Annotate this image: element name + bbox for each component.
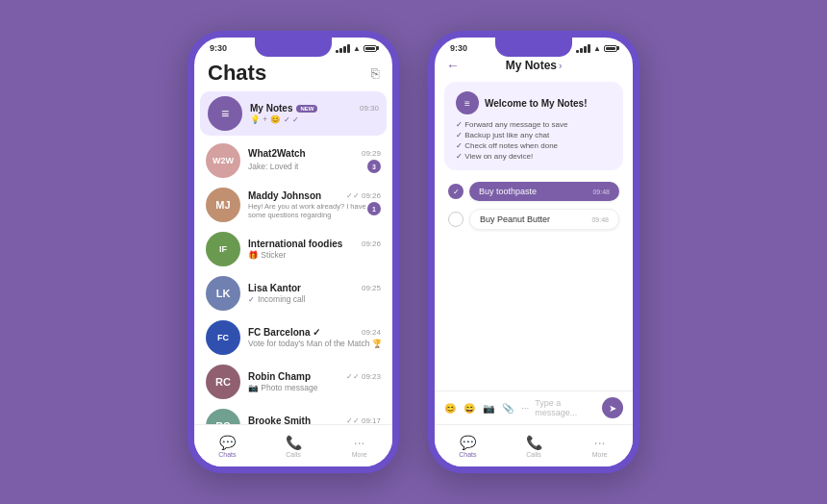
nav-more-left[interactable]: ··· More (326, 435, 392, 458)
new-badge: NEW (296, 105, 317, 113)
avatar-what2watch: W2W (206, 143, 240, 178)
chat-name-maddy: Maddy Johnson (248, 190, 321, 201)
chat-item-robin[interactable]: RC Robin Champ ✓✓ 09:23 📷 Photo message (194, 360, 392, 404)
bubble-time-toothpaste: 09:48 (592, 189, 610, 195)
notes-body: ≡ Welcome to My Notes! ✓ Forward any mes… (435, 76, 633, 236)
chat-content-lisa: Lisa Kantor 09:25 ✓ Incoming call (248, 283, 381, 304)
camera-icon[interactable]: 📷 (483, 403, 494, 414)
bubble-peanutbutter: Buy Peanut Butter 09:48 (469, 209, 619, 230)
chat-content-fc: FC Barcelona ✓ 09:24 Vote for today's Ma… (248, 327, 381, 348)
chat-preview-my-notes: 💡 + 😊✓ ✓ (250, 114, 379, 124)
bubble-text-toothpaste: Buy toothpaste (479, 187, 537, 196)
chat-content-robin: Robin Champ ✓✓ 09:23 📷 Photo message (248, 371, 381, 392)
welcome-item-0: ✓ Forward any message to save (456, 120, 612, 129)
nav-chats-left[interactable]: 💬 Chats (194, 435, 261, 458)
wifi-icon: ▲ (353, 44, 361, 53)
avatar-my-notes: ≡ (208, 96, 242, 131)
chat-preview-fc: Vote for today's Man of the Match 🏆 (248, 339, 381, 348)
chats-nav-icon-r: 💬 (460, 435, 476, 450)
avatar-lisa: LK (206, 276, 240, 311)
check-done-icon[interactable]: ✓ (448, 184, 464, 199)
signal-icon (336, 44, 350, 53)
emoji-icon[interactable]: 😊 (444, 403, 456, 414)
avatar-foodies: IF (206, 232, 240, 266)
avatar-maddy: MJ (206, 188, 240, 222)
chats-header: Chats ⎘ (194, 55, 392, 91)
welcome-title: Welcome to My Notes! (485, 98, 588, 109)
send-button[interactable]: ➤ (602, 397, 623, 418)
right-phone: 9:30 ▲ ← My Notes › ≡ Welcome to My Note… (428, 31, 639, 473)
nav-calls-right[interactable]: 📞 Calls (501, 435, 567, 458)
more-nav-label-r: More (592, 451, 608, 458)
chat-content-maddy: Maddy Johnson ✓✓ 09:26 Hey! Are you at w… (248, 190, 381, 219)
edit-icon[interactable]: ⎘ (371, 65, 379, 81)
chat-item-maddy[interactable]: MJ Maddy Johnson ✓✓ 09:26 Hey! Are you a… (194, 183, 392, 227)
time-left: 9:30 (210, 43, 227, 53)
chat-item-my-notes[interactable]: ≡ My Notes NEW 09:30 💡 + 😊✓ ✓ (200, 91, 387, 136)
left-phone: 9:30 ▲ Chats ⎘ ≡ My Notes NEW (188, 31, 399, 473)
more-nav-label: More (352, 451, 367, 458)
chat-name-fc: FC Barcelona ✓ (248, 327, 320, 338)
back-button[interactable]: ← (446, 58, 460, 73)
avatar-robin: RC (206, 365, 240, 399)
chat-preview-foodies: 🎁 Sticker (248, 250, 381, 260)
chat-time-maddy: ✓✓ 09:26 (346, 191, 381, 200)
message-buy-peanutbutter: Buy Peanut Butter 09:48 (448, 209, 619, 230)
calls-nav-icon-r: 📞 (526, 435, 542, 450)
chat-preview-robin: 📷 Photo message (248, 383, 381, 392)
battery-icon-right (604, 45, 617, 52)
unread-maddy: 1 (367, 202, 381, 215)
chats-nav-label: Chats (218, 451, 236, 458)
chat-item-fc[interactable]: FC FC Barcelona ✓ 09:24 Vote for today's… (194, 315, 392, 360)
message-area: ✓ Buy toothpaste 09:48 Buy Peanut Butter… (444, 182, 623, 230)
welcome-card: ≡ Welcome to My Notes! ✓ Forward any mes… (444, 82, 623, 170)
chat-preview-what2watch: Jake: Loved it (248, 162, 298, 171)
nav-calls-left[interactable]: 📞 Calls (261, 435, 327, 458)
signal-icon-right (576, 44, 590, 53)
notch (255, 38, 332, 57)
welcome-item-2: ✓ Check off notes when done (456, 141, 612, 150)
status-icons-left: ▲ (336, 44, 377, 53)
more-icon[interactable]: ··· (521, 403, 529, 414)
calls-nav-label: Calls (286, 451, 301, 458)
chat-preview-lisa: ✓ Incoming call (248, 294, 381, 304)
welcome-avatar: ≡ (456, 91, 479, 114)
time-right: 9:30 (450, 43, 467, 53)
chats-title: Chats (208, 61, 266, 86)
notes-title: My Notes (506, 59, 557, 72)
chat-preview-maddy: Hey! Are you at work already? I have som… (248, 202, 367, 219)
chat-item-lisa[interactable]: LK Lisa Kantor 09:25 ✓ Incoming call (194, 271, 392, 315)
chat-name-my-notes: My Notes (250, 103, 292, 113)
chat-time-lisa: 09:25 (362, 284, 381, 292)
chat-time-foodies: 09:26 (362, 239, 381, 248)
status-icons-right: ▲ (576, 44, 617, 53)
chat-item-foodies[interactable]: IF International foodies 09:26 🎁 Sticker (194, 227, 392, 271)
battery-icon (363, 45, 377, 52)
message-input-area: 😊 😄 📷 📎 ··· Type a message... ➤ (435, 391, 633, 424)
chat-name-what2watch: What2Watch (248, 148, 306, 159)
notch-right (495, 38, 572, 57)
chat-time-fc: 09:24 (362, 328, 381, 337)
nav-chats-right[interactable]: 💬 Chats (435, 435, 501, 458)
chats-nav-icon: 💬 (219, 435, 236, 450)
chat-name-lisa: Lisa Kantor (248, 283, 301, 293)
bottom-nav-right: 💬 Chats 📞 Calls ··· More (435, 424, 633, 466)
chats-nav-label-r: Chats (459, 451, 476, 458)
calls-nav-icon: 📞 (286, 435, 302, 450)
bottom-nav-left: 💬 Chats 📞 Calls ··· More (194, 424, 392, 466)
chat-content-my-notes: My Notes NEW 09:30 💡 + 😊✓ ✓ (250, 103, 379, 124)
chat-time-my-notes: 09:30 (360, 104, 379, 113)
avatar-fc: FC (206, 320, 240, 355)
chat-time-what2watch: 09:29 (362, 149, 381, 158)
chat-time-robin: ✓✓ 09:23 (346, 372, 381, 381)
welcome-items: ✓ Forward any message to save ✓ Backup j… (456, 120, 612, 161)
unread-what2watch: 3 (367, 160, 381, 173)
wifi-icon-right: ▲ (593, 44, 601, 53)
chat-item-what2watch[interactable]: W2W What2Watch 09:29 Jake: Loved it 3 (194, 139, 392, 183)
attach-icon[interactable]: 📎 (502, 403, 514, 414)
bubble-text-peanutbutter: Buy Peanut Butter (480, 214, 550, 224)
message-input[interactable]: Type a message... (535, 398, 596, 417)
check-empty-icon[interactable] (448, 212, 464, 227)
sticker-icon[interactable]: 😄 (464, 403, 475, 414)
nav-more-right[interactable]: ··· More (566, 435, 633, 458)
